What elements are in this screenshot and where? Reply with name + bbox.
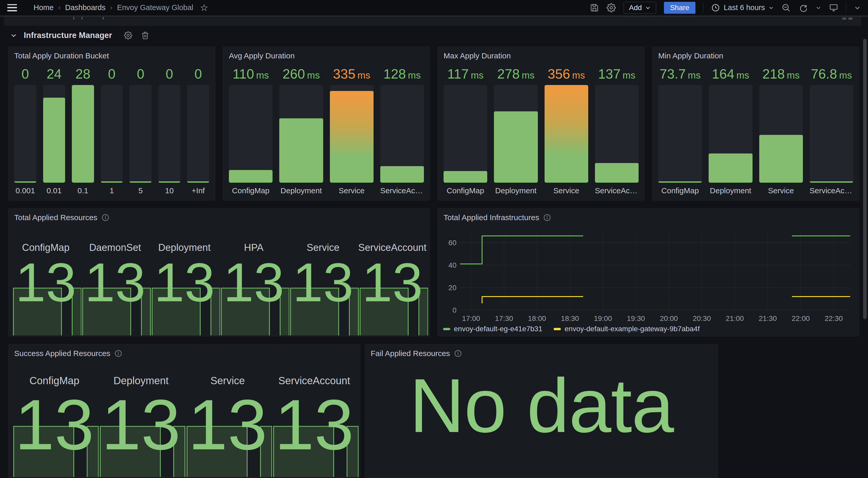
bar-value: 76.8ms — [810, 65, 853, 83]
bar-gauge-column[interactable]: 05 — [129, 65, 152, 197]
legend-color-pill — [443, 328, 450, 330]
breadcrumb-item[interactable]: Home — [34, 3, 54, 12]
bar-gauge-column[interactable]: 010 — [158, 65, 181, 197]
divider — [703, 2, 704, 13]
bar-track — [545, 85, 588, 183]
bar-value: 0 — [101, 65, 123, 83]
refresh-icon[interactable] — [799, 3, 808, 12]
x-tick-label: 22:00 — [792, 315, 810, 323]
x-tick-label: 17:00 — [462, 315, 480, 323]
bar-gauge-column[interactable]: 356msService — [545, 65, 588, 197]
x-tick-label: 17:30 — [495, 315, 513, 323]
row-header-infrastructure-manager[interactable]: Infrastructure Manager — [10, 29, 149, 42]
stat-value: 13 — [271, 389, 358, 460]
bar-track — [380, 85, 424, 183]
bar-value: 278ms — [494, 65, 537, 83]
y-tick-label: 20 — [448, 284, 457, 292]
bar-gauge-column[interactable]: 335msService — [330, 65, 374, 197]
bar-gauge-column[interactable]: 260msDeployment — [279, 65, 323, 197]
bar-gauge-column[interactable]: 76.8msServiceAccount — [810, 65, 853, 197]
bar-gauge-column[interactable]: 280.1 — [72, 65, 94, 197]
bar-gauge-column[interactable]: 110msConfigMap — [229, 65, 273, 197]
bar-gauge-column[interactable]: 00.001 — [14, 65, 36, 197]
bar-label: Service — [330, 186, 374, 197]
stat-cell-serviceaccount[interactable]: ServiceAccount13 — [358, 224, 427, 336]
bar-track — [158, 85, 181, 183]
bar-gauge-column[interactable]: 01 — [101, 65, 123, 197]
star-icon[interactable]: ☆ — [200, 3, 208, 12]
panel-min-apply-duration[interactable]: Min Apply Duration73.7msConfigMap164msDe… — [652, 47, 859, 201]
bar-label: Service — [759, 186, 803, 197]
bar-gauge-column[interactable]: 164msDeployment — [709, 65, 752, 197]
bar-fill — [494, 111, 537, 183]
time-series-chart[interactable]: 17:0017:3018:0018:3019:0019:3020:0020:30… — [438, 209, 859, 336]
scrollbar-thumb[interactable] — [863, 39, 867, 319]
panel-avg-apply-duration[interactable]: Avg Apply Duration110msConfigMap260msDep… — [223, 47, 430, 201]
legend-item[interactable]: envoy-default-example-gateway-9b7aba4f — [554, 325, 700, 333]
panel-total-applied-infrastructures[interactable]: Total Applied Infrastructures 17:0017:30… — [438, 208, 859, 336]
bar-label: ConfigMap — [229, 186, 273, 197]
bar-label: ConfigMap — [443, 186, 487, 197]
bar-gauge-column[interactable]: 278msDeployment — [494, 65, 537, 197]
breadcrumb-item[interactable]: Dashboards — [65, 3, 105, 12]
stat-cell-service[interactable]: Service13 — [184, 360, 271, 478]
bar-value: 128ms — [380, 65, 424, 83]
stat-cell-serviceaccount[interactable]: ServiceAccount13 — [271, 360, 358, 478]
add-button[interactable]: Add — [624, 2, 656, 14]
bar-fill — [759, 135, 803, 183]
panel-fail-applied-resources[interactable]: Fail Applied Resources No data — [365, 344, 718, 478]
breadcrumb-item[interactable]: Envoy Gateway Global — [117, 3, 193, 12]
bar-gauge-column[interactable]: 128msServiceAccount — [380, 65, 424, 197]
panel-total-apply-duration-bucket[interactable]: Total Apply Duration Bucket00.001240.012… — [8, 47, 215, 201]
bar-value: 218ms — [759, 65, 803, 83]
row-settings-gear-icon[interactable] — [124, 31, 132, 39]
partial-panel-above — [4, 17, 861, 26]
bar-gauge-column[interactable]: 218msService — [759, 65, 803, 197]
bar-fill — [443, 171, 487, 183]
bar-track — [101, 85, 123, 183]
info-icon[interactable] — [115, 350, 122, 357]
axis-tick — [73, 17, 74, 19]
menu-icon[interactable] — [7, 4, 17, 11]
bar-track — [330, 85, 374, 183]
breadcrumb: Home›Dashboards›Envoy Gateway Global — [34, 3, 193, 12]
row-delete-trash-icon[interactable] — [141, 31, 149, 39]
info-icon[interactable] — [101, 214, 109, 221]
bar-gauge-column[interactable]: 240.01 — [43, 65, 65, 197]
bar-gauge-column[interactable]: 117msConfigMap — [443, 65, 487, 197]
resize-handle[interactable] — [848, 18, 852, 20]
share-button[interactable]: Share — [664, 2, 696, 14]
save-dashboard-icon[interactable] — [590, 3, 599, 12]
stat-cell-hpa[interactable]: HPA13 — [219, 224, 288, 336]
bar-label: Deployment — [279, 186, 323, 197]
zoom-out-time-icon[interactable] — [781, 3, 791, 12]
stat-cell-daemonset[interactable]: DaemonSet13 — [80, 224, 150, 336]
top-navbar: Home›Dashboards›Envoy Gateway Global ☆ A… — [0, 0, 868, 16]
tv-mode-icon[interactable] — [829, 3, 838, 12]
panel-max-apply-duration[interactable]: Max Apply Duration117msConfigMap278msDep… — [438, 47, 645, 201]
legend-item[interactable]: envoy-default-eg-e41e7b31 — [443, 325, 542, 333]
bar-gauge-column[interactable]: 137msServiceAccount — [595, 65, 639, 197]
bar-value: 0 — [158, 65, 181, 83]
bar-gauge-column[interactable]: 0+Inf — [187, 65, 209, 197]
stat-cell-deployment[interactable]: Deployment13 — [150, 224, 219, 336]
stat-cell-deployment[interactable]: Deployment13 — [98, 360, 184, 478]
bar-gauge-column[interactable]: 73.7msConfigMap — [658, 65, 702, 197]
stat-cell-configmap[interactable]: ConfigMap13 — [11, 360, 98, 478]
y-tick-label: 0 — [452, 306, 457, 314]
time-range-picker[interactable]: Last 6 hours — [711, 3, 774, 12]
x-tick-label: 22:30 — [825, 315, 843, 323]
x-tick-label: 20:00 — [660, 315, 678, 323]
dashboard-settings-icon[interactable] — [607, 3, 616, 12]
panel-total-applied-resources[interactable]: Total Applied ResourcesConfigMap13Daemon… — [8, 208, 430, 336]
info-icon[interactable] — [454, 350, 462, 357]
refresh-interval-chevron-icon[interactable] — [815, 5, 821, 10]
stat-value: 13 — [98, 389, 184, 460]
stat-cell-service[interactable]: Service13 — [288, 224, 358, 336]
panel-success-applied-resources[interactable]: Success Applied ResourcesConfigMap13Depl… — [8, 344, 361, 478]
add-button-label: Add — [629, 4, 642, 12]
resize-handle[interactable] — [842, 18, 846, 20]
stat-cell-configmap[interactable]: ConfigMap13 — [11, 224, 80, 336]
collapse-nav-chevron-icon[interactable] — [854, 4, 861, 11]
bar-value: 0 — [187, 65, 209, 83]
